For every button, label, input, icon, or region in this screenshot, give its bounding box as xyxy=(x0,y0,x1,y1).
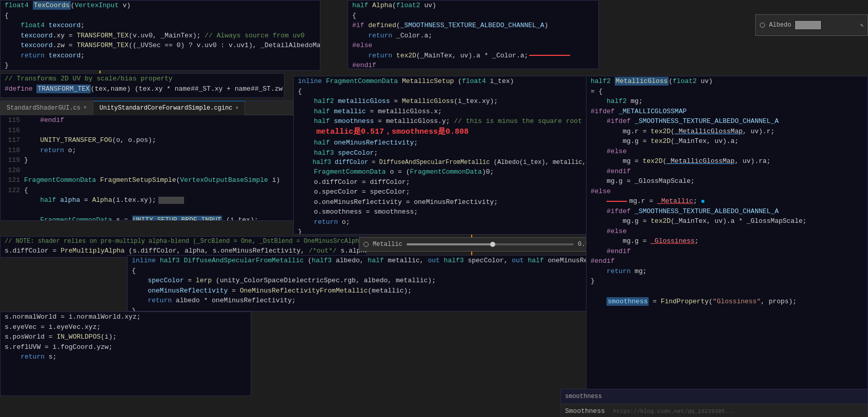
metallic-slider-label: Metallic xyxy=(373,241,402,248)
tab-unity-standard[interactable]: UnityStandardCoreForwardSimple.cginc × xyxy=(93,101,245,115)
smoothness-url: https://blog.csdn.net/qq_16229385... xyxy=(613,408,735,414)
diffuse-panel: inline half3 DiffuseAndSpecularFromMetal… xyxy=(127,255,599,311)
smoothness-display: Smoothness xyxy=(565,407,605,415)
albedo-label: Albedo xyxy=(769,22,791,29)
metallic-slider-track[interactable] xyxy=(407,243,574,245)
smoothness-label: smoothness xyxy=(565,393,602,400)
transform-panel: // Transforms 2D UV by scale/bias proper… xyxy=(0,73,285,98)
tab-label-2: UnityStandardCoreForwardSimple.cginc xyxy=(99,105,232,112)
albedo-swatch[interactable] xyxy=(795,21,821,29)
metallic-gloss-panel: half2 MetallicGloss(float2 uv) = { half2… xyxy=(586,76,868,401)
smoothness-bar: smoothness Smoothness https://blog.csdn.… xyxy=(560,389,868,417)
metallic-slider-icon xyxy=(364,242,369,247)
tab-close-2[interactable]: × xyxy=(235,106,238,111)
tab-label-1: StandardShaderGUI.cs xyxy=(7,105,80,112)
albedo-edit-icon[interactable]: ✎ xyxy=(860,22,863,29)
texcoords-panel: float4 TexCoords(VertexInput v) { float4… xyxy=(0,0,320,71)
albedo-inspector: Albedo ✎ xyxy=(755,14,868,36)
smoothness-row2: Smoothness https://blog.csdn.net/qq_1622… xyxy=(561,404,867,417)
metallic-setup-panel: inline FragmentCommonData MetallicSetup … xyxy=(293,76,619,235)
metallic-slider-panel: Metallic 0.517 xyxy=(359,237,601,252)
tab-close-1[interactable]: × xyxy=(84,105,87,111)
tab-standard-shader[interactable]: StandardShaderGUI.cs × xyxy=(1,101,93,115)
albedo-circle-icon xyxy=(760,23,765,28)
note-panel: // NOTE: shader relies on pre-multiply a… xyxy=(0,236,367,258)
world-panel: s.normalWorld = i.normalWorld.xyz; s.eye… xyxy=(0,311,251,396)
alpha-panel: half Alpha(float2 uv) { #if defined(_SMO… xyxy=(348,0,599,69)
smoothness-row1: smoothness xyxy=(561,389,867,404)
